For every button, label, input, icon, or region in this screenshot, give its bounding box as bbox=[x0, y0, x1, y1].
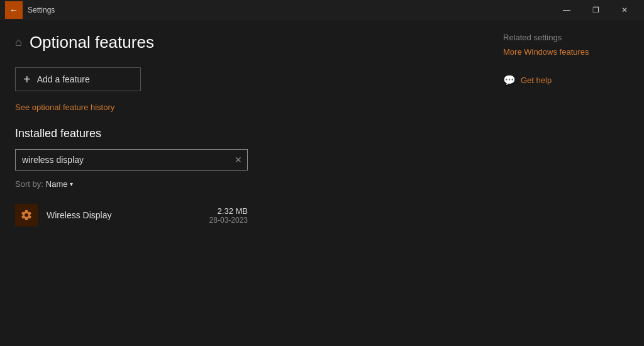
get-help-label: Get help bbox=[521, 75, 552, 85]
feature-name: Wireless Display bbox=[47, 210, 201, 220]
maximize-button[interactable]: ❐ bbox=[581, 0, 610, 20]
feature-size: 2.32 MB bbox=[209, 206, 248, 216]
page-title: Optional features bbox=[30, 33, 154, 52]
minimize-button[interactable]: — bbox=[552, 0, 581, 20]
search-box: ✕ bbox=[15, 149, 248, 170]
feature-date: 28-03-2023 bbox=[209, 216, 248, 225]
feature-size-section: 2.32 MB 28-03-2023 bbox=[209, 206, 248, 225]
page-header: ⌂ Optional features bbox=[15, 33, 478, 52]
get-help-link[interactable]: 💬 Get help bbox=[503, 74, 629, 86]
back-button[interactable]: ← bbox=[5, 1, 23, 19]
add-feature-label: Add a feature bbox=[37, 74, 90, 84]
titlebar: ← Settings — ❐ ✕ bbox=[0, 0, 644, 20]
content-area: ⌂ Optional features + Add a feature See … bbox=[0, 20, 644, 346]
sort-arrow-icon[interactable]: ▾ bbox=[70, 181, 73, 187]
right-panel: Related settings More Windows features 💬… bbox=[478, 33, 629, 333]
close-button[interactable]: ✕ bbox=[610, 0, 639, 20]
more-windows-features-link[interactable]: More Windows features bbox=[503, 47, 629, 57]
home-icon: ⌂ bbox=[15, 36, 22, 49]
search-clear-button[interactable]: ✕ bbox=[230, 152, 247, 167]
feature-icon bbox=[15, 204, 38, 226]
history-link[interactable]: See optional feature history bbox=[15, 103, 114, 112]
gear-icon bbox=[20, 209, 33, 221]
sort-value[interactable]: Name bbox=[46, 179, 68, 189]
plus-icon: + bbox=[23, 73, 31, 86]
add-feature-button[interactable]: + Add a feature bbox=[15, 67, 141, 91]
titlebar-controls: — ❐ ✕ bbox=[552, 0, 639, 20]
main-content: ⌂ Optional features + Add a feature See … bbox=[15, 33, 478, 333]
sort-by: Sort by: Name ▾ bbox=[15, 179, 478, 189]
titlebar-left: ← Settings bbox=[5, 1, 55, 19]
related-settings-title: Related settings bbox=[503, 33, 629, 42]
titlebar-title: Settings bbox=[28, 6, 55, 14]
help-icon: 💬 bbox=[503, 74, 516, 86]
feature-item[interactable]: Wireless Display 2.32 MB 28-03-2023 bbox=[15, 199, 248, 232]
sort-label: Sort by: bbox=[15, 179, 43, 189]
feature-info: Wireless Display bbox=[47, 210, 201, 220]
search-input[interactable] bbox=[16, 150, 230, 170]
installed-features-title: Installed features bbox=[15, 127, 478, 140]
